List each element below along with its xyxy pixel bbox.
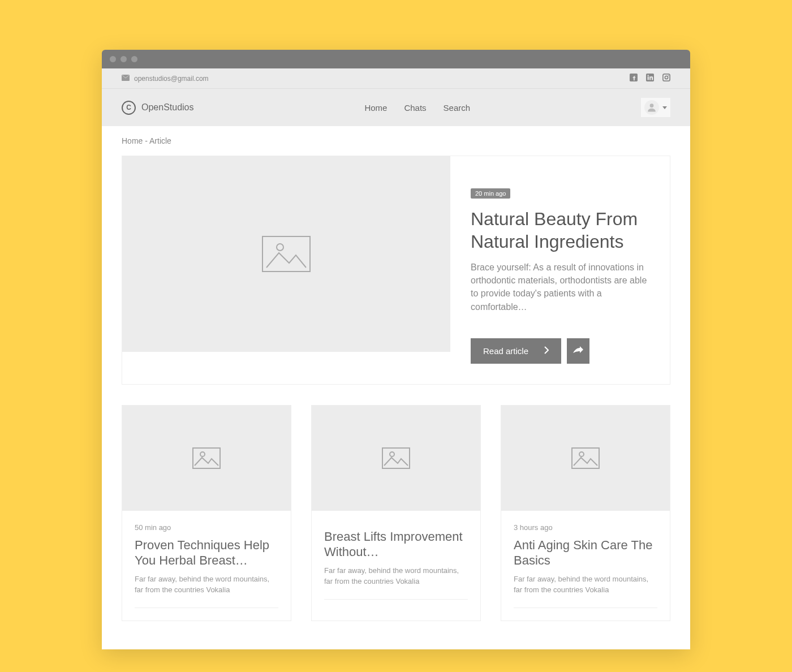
minimize-window-button[interactable]: [120, 56, 127, 62]
browser-window: openstudios@gmail.com C OpenStudios Home…: [102, 50, 690, 649]
topbar: openstudios@gmail.com: [102, 68, 690, 88]
card-image-placeholder: [122, 406, 291, 511]
window-controls: [110, 56, 137, 62]
svg-point-8: [650, 104, 654, 107]
featured-actions: Read article: [471, 338, 649, 364]
card-title: Anti Aging Skin Care The Basics: [514, 537, 657, 568]
svg-point-16: [579, 452, 584, 456]
card-title: Breast Lifts Improvement Without…: [324, 529, 468, 560]
card-body: 50 min ago Proven Techniques Help You He…: [122, 511, 291, 621]
featured-body: 20 min ago Natural Beauty From Natural I…: [450, 156, 670, 384]
read-article-button[interactable]: Read article: [471, 338, 561, 364]
linkedin-icon[interactable]: [646, 74, 654, 83]
svg-rect-5: [663, 74, 670, 81]
image-icon: [382, 447, 410, 469]
card-image-placeholder: [312, 406, 480, 511]
social-links: [630, 74, 670, 83]
card-divider: [324, 599, 468, 600]
image-icon: [262, 236, 311, 272]
svg-point-7: [668, 75, 669, 76]
featured-image-placeholder: [122, 156, 450, 352]
featured-title: Natural Beauty From Natural Ingredients: [471, 208, 649, 253]
svg-rect-11: [193, 448, 220, 468]
card-time: 50 min ago: [135, 523, 278, 532]
article-card[interactable]: 3 hours ago Anti Aging Skin Care The Bas…: [501, 405, 670, 622]
instagram-icon[interactable]: [662, 74, 670, 83]
close-window-button[interactable]: [110, 56, 116, 62]
nav-chats[interactable]: Chats: [404, 103, 426, 113]
navbar: C OpenStudios Home Chats Search: [102, 88, 690, 126]
nav-home[interactable]: Home: [364, 103, 387, 113]
svg-rect-3: [648, 76, 649, 80]
card-title: Proven Techniques Help You Herbal Breast…: [135, 537, 278, 568]
article-card[interactable]: 50 min ago Proven Techniques Help You He…: [122, 405, 291, 622]
share-button[interactable]: [567, 338, 589, 364]
read-button-label: Read article: [483, 346, 528, 356]
image-icon: [571, 447, 600, 469]
svg-point-10: [277, 244, 283, 251]
card-body: 3 hours ago Anti Aging Skin Care The Bas…: [501, 511, 670, 621]
brand-logo-letter: C: [126, 104, 131, 111]
featured-time-badge: 20 min ago: [471, 188, 510, 199]
featured-article: 20 min ago Natural Beauty From Natural I…: [122, 156, 670, 385]
card-image-placeholder: [501, 406, 670, 511]
user-menu[interactable]: [641, 98, 670, 117]
page-content: Home - Article 20 min ago Natural Beauty…: [102, 126, 690, 649]
facebook-icon[interactable]: [630, 74, 638, 83]
image-icon: [192, 447, 221, 469]
svg-point-4: [648, 75, 649, 76]
chevron-down-icon: [662, 106, 667, 109]
nav-links: Home Chats Search: [364, 103, 470, 113]
email-text: openstudios@gmail.com: [134, 75, 209, 83]
breadcrumb[interactable]: Home - Article: [122, 126, 670, 156]
brand-logo-icon: C: [122, 101, 136, 115]
card-divider: [514, 608, 657, 608]
card-excerpt: Far far away, behind the word mountains,…: [514, 574, 657, 596]
contact-email[interactable]: openstudios@gmail.com: [122, 75, 209, 83]
email-icon: [122, 75, 130, 83]
card-divider: [135, 608, 278, 608]
svg-rect-9: [262, 236, 310, 272]
featured-excerpt: Brace yourself: As a result of innovatio…: [471, 261, 649, 313]
article-card[interactable]: Breast Lifts Improvement Without… Far fa…: [311, 405, 481, 622]
share-icon: [573, 346, 583, 356]
svg-rect-13: [382, 448, 410, 468]
card-excerpt: Far far away, behind the word mountains,…: [324, 566, 468, 587]
brand-name: OpenStudios: [141, 102, 194, 113]
avatar-icon: [644, 100, 659, 115]
maximize-window-button[interactable]: [131, 56, 137, 62]
svg-point-12: [200, 452, 205, 456]
window-titlebar: [102, 50, 690, 68]
card-excerpt: Far far away, behind the word mountains,…: [135, 574, 278, 596]
brand[interactable]: C OpenStudios: [122, 101, 194, 115]
nav-search[interactable]: Search: [444, 103, 471, 113]
svg-rect-15: [572, 448, 599, 468]
svg-point-14: [390, 452, 394, 456]
card-body: Breast Lifts Improvement Without… Far fa…: [312, 511, 480, 613]
article-grid: 50 min ago Proven Techniques Help You He…: [122, 405, 670, 622]
svg-point-6: [665, 76, 668, 79]
chevron-right-icon: [544, 346, 549, 356]
card-time: 3 hours ago: [514, 523, 657, 532]
